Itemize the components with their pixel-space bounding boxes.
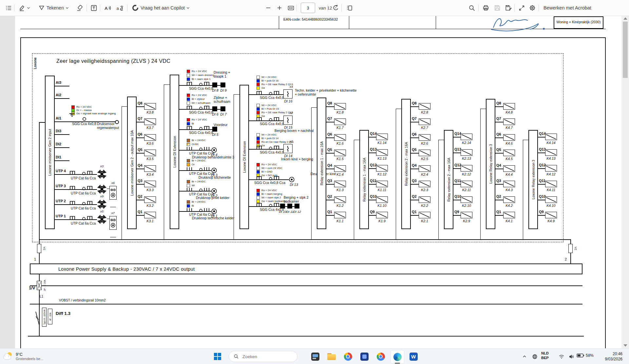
taskbar-app-widgets[interactable]: [309, 350, 322, 363]
input-wire: [249, 206, 280, 207]
input-pin-label: DI2: [56, 142, 61, 146]
relay-label: K1.9: [376, 219, 388, 223]
multiplier-label: x2: [290, 111, 293, 115]
di-contact-square: [295, 204, 299, 209]
copilot-button[interactable]: Vraag het aan Copilot: [130, 3, 191, 13]
draw-button[interactable]: Tekenen: [37, 3, 70, 13]
scroll-up-arrow[interactable]: [623, 17, 627, 20]
relay-diagonal: [504, 166, 514, 171]
pin-stub: [326, 153, 334, 154]
tray-battery[interactable]: 58%: [577, 353, 594, 358]
save-button[interactable]: [492, 3, 502, 13]
relay-diagonal: [419, 181, 430, 187]
relay-diagonal: [546, 197, 556, 202]
relay-pin-label: Q7: [327, 117, 332, 120]
taskbar-app-explorer[interactable]: [325, 350, 338, 363]
tray-network-globe[interactable]: [530, 350, 539, 363]
tray-clock[interactable]: 20:46 9/03/2026: [602, 351, 622, 362]
weather-temp: 9°C: [16, 352, 43, 357]
relay-label: K4.14: [545, 141, 557, 145]
relay-diagonal: [335, 181, 345, 187]
eraser-icon: [76, 5, 83, 11]
start-button[interactable]: [211, 350, 224, 363]
translate-button[interactable]: a: [115, 3, 126, 13]
relay-diagonal: [419, 135, 430, 140]
app-icon: [311, 353, 319, 361]
relay-pin-label: Q11: [370, 179, 376, 183]
eraser-button[interactable]: [75, 3, 84, 13]
pin-stub: [495, 137, 503, 138]
scroll-down-arrow[interactable]: [623, 344, 627, 347]
text-box-button[interactable]: [89, 3, 99, 13]
table-of-contents-button[interactable]: [4, 3, 13, 13]
legend-swatch: [257, 192, 260, 196]
taskbar-app-edge-active[interactable]: [391, 350, 404, 364]
fullscreen-button[interactable]: [517, 3, 526, 13]
pin-stub: [137, 137, 144, 138]
pin-stub: [326, 184, 334, 185]
input-pin-label: AI3: [56, 81, 61, 84]
active-app-indicator: [395, 363, 400, 364]
connector-comb-icon: [70, 215, 75, 219]
highlighter-button[interactable]: [17, 3, 31, 13]
legend-swatch: [187, 118, 190, 121]
tray-volume[interactable]: [567, 350, 576, 363]
taskbar-app-blue[interactable]: [358, 350, 371, 363]
vertical-scrollbar[interactable]: [621, 16, 629, 348]
fit-width-button[interactable]: [286, 3, 296, 13]
pin-stub: [453, 137, 461, 137]
search-input[interactable]: [242, 354, 289, 359]
di-contact-square: [212, 127, 217, 132]
pushbutton-icon: [289, 177, 295, 182]
relay-pin-label: Q5: [138, 148, 143, 152]
tray-language[interactable]: NLD BEP: [541, 351, 549, 360]
settings-button[interactable]: [527, 3, 537, 13]
taskbar-search[interactable]: [229, 351, 297, 362]
tray-chevron-up[interactable]: [520, 350, 529, 363]
relay-extension-label: Relay extension 2 - max 16A: [401, 99, 411, 229]
taskbar-app-word[interactable]: W: [407, 350, 420, 363]
language-line1: NLD: [541, 351, 549, 356]
connector-comb-icon: [204, 187, 209, 191]
relay-diagonal: [419, 197, 430, 202]
scrollbar-thumb[interactable]: [623, 22, 628, 78]
connector-comb-icon: [70, 200, 75, 204]
weather-widget[interactable]: 9°C Grotendeels be...: [3, 350, 59, 363]
input-wire: [249, 120, 283, 121]
search-document-button[interactable]: [467, 3, 477, 13]
connector-comb-icon: [274, 90, 279, 94]
page-number-input[interactable]: [301, 3, 315, 13]
l1-bus: [30, 285, 582, 286]
relay-pin-label: Q3: [327, 179, 332, 183]
save-as-button[interactable]: [504, 3, 513, 13]
relay-pin-label: Q1: [327, 210, 332, 214]
junction-circle-icon: [199, 82, 202, 85]
legend-swatch: [257, 107, 260, 111]
read-aloud-button[interactable]: A: [103, 3, 113, 13]
edit-with-acrobat-button[interactable]: Bewerken met Acrobat: [542, 3, 593, 13]
legend-swatch: [187, 200, 190, 204]
legend-label: Ge: [261, 86, 265, 89]
relay-diagonal: [419, 119, 430, 124]
zoom-in-button[interactable]: [275, 3, 284, 13]
pin-stub: [495, 122, 503, 122]
taskbar-app-browser-1[interactable]: [341, 350, 354, 363]
expand-icon: [518, 5, 525, 11]
relay-pin-label: Q5: [496, 148, 501, 152]
input-wire: [179, 109, 213, 110]
taskbar-app-browser-2[interactable]: [374, 350, 387, 363]
pin-stub: [495, 169, 503, 169]
page-view-button[interactable]: [345, 3, 354, 13]
relay-diagonal: [419, 150, 430, 155]
room-label: Techn. kelder + privékelder + kitchenett…: [295, 89, 357, 97]
relay-label: K2.6: [419, 142, 430, 146]
legend-label: Gr = - massa: [76, 109, 91, 112]
divider: [14, 4, 14, 11]
tray-wifi[interactable]: [557, 350, 566, 363]
rotate-button[interactable]: [331, 3, 341, 13]
minus-icon: [265, 5, 271, 11]
zoom-out-button[interactable]: [264, 3, 273, 13]
fan-count-label: x3: [98, 165, 106, 168]
connector-comb-icon: [274, 145, 279, 149]
print-button[interactable]: [481, 3, 491, 13]
